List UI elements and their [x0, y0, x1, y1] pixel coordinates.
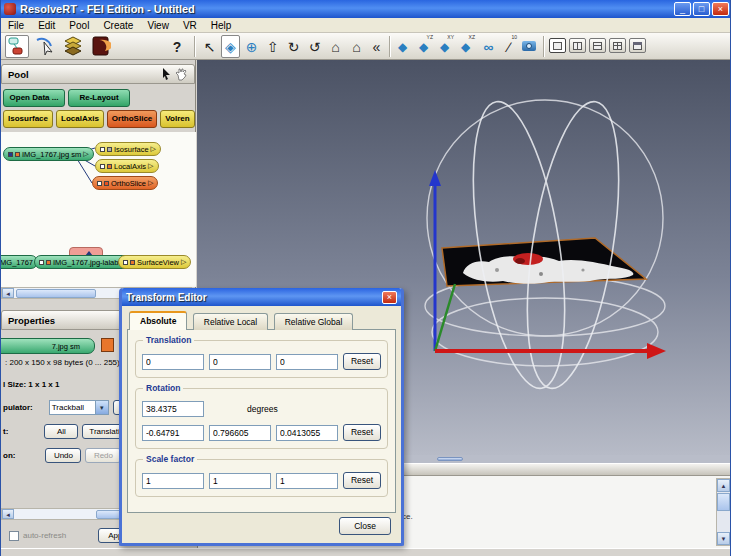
rotate-tool[interactable]: ↻	[284, 35, 303, 58]
rotation-axis-y-field[interactable]	[209, 425, 271, 441]
node-arrow-icon[interactable]: ▷	[151, 145, 156, 153]
reset-all-button[interactable]: All	[44, 424, 78, 439]
restore-button[interactable]: □	[693, 2, 710, 16]
view-xy-button[interactable]: ◆ XY	[435, 35, 454, 58]
module-node-isosurface[interactable]: Isosurface ▷	[95, 142, 161, 156]
view-xz-button[interactable]: ◆ XZ	[456, 35, 475, 58]
measure-button[interactable]: ∕ 10	[501, 35, 517, 58]
spin-tool[interactable]: ↺	[305, 35, 324, 58]
dimensions-text: : 200 x 150 x 98 bytes (0 ... 255)	[5, 358, 120, 367]
cursor-arrow-icon[interactable]	[162, 68, 172, 80]
tab-absolute[interactable]: Absolute	[129, 311, 187, 330]
scroll-up-icon[interactable]: ▲	[717, 479, 730, 492]
translation-y-field[interactable]	[209, 354, 271, 370]
data-node-img1767[interactable]: IMG_1767	[1, 255, 38, 269]
pointer-tool[interactable]: ↖	[200, 35, 219, 58]
splitter-handle-icon[interactable]	[437, 457, 463, 461]
console-vscrollbar[interactable]: ▲ ▼	[716, 478, 731, 546]
node-label: SurfaceView	[137, 258, 179, 267]
selected-node-pill[interactable]: 7.jpg sm	[0, 338, 95, 354]
scale-reset-button[interactable]: Reset	[343, 472, 381, 489]
menu-file[interactable]: File	[1, 20, 31, 31]
menu-create[interactable]: Create	[96, 20, 140, 31]
close-button[interactable]: ×	[712, 2, 729, 16]
menu-edit[interactable]: Edit	[31, 20, 62, 31]
autorefresh-checkbox[interactable]	[9, 531, 19, 541]
open-data-button[interactable]: Open Data ...	[3, 89, 65, 107]
menu-pool[interactable]: Pool	[62, 20, 96, 31]
translation-reset-button[interactable]: Reset	[343, 353, 381, 370]
seek-button[interactable]: ∞	[478, 35, 499, 58]
colormap-swatch[interactable]	[101, 338, 114, 352]
module-node-orthoslice[interactable]: OrthoSlice ▷	[92, 176, 158, 190]
scale-y-field[interactable]	[209, 473, 271, 489]
tab-relative-global[interactable]: Relative Global	[274, 313, 354, 330]
rotation-axis-x-field[interactable]	[142, 425, 204, 441]
localaxis-button[interactable]: LocalAxis	[56, 110, 104, 128]
menu-vr[interactable]: VR	[176, 20, 204, 31]
translation-x-field[interactable]	[142, 354, 204, 370]
layout-two-columns-button[interactable]	[569, 38, 586, 53]
minimize-button[interactable]: _	[674, 2, 691, 16]
undo-button[interactable]: Undo	[45, 448, 81, 463]
chevron-down-icon[interactable]: ▾	[95, 401, 108, 414]
node-arrow-icon[interactable]: ▷	[148, 179, 153, 187]
hand-icon[interactable]	[175, 68, 188, 81]
trackball-tool[interactable]: ◈	[221, 35, 240, 58]
manipulator-select[interactable]: Trackball ▾	[49, 400, 109, 415]
module-node-surfaceview[interactable]: SurfaceView ▷	[118, 255, 191, 269]
orthoslice-button[interactable]: OrthoSlice	[107, 110, 157, 128]
tree-pointer-icon	[35, 36, 55, 56]
view-yz-button[interactable]: ◆ YZ	[414, 35, 433, 58]
help-button[interactable]: ?	[169, 35, 185, 58]
volren-button[interactable]: Volren	[160, 110, 194, 128]
node-arrow-icon[interactable]: ▷	[181, 258, 186, 266]
data-chip	[8, 152, 13, 157]
translation-z-field[interactable]	[276, 354, 338, 370]
console-scroll-thumb[interactable]	[717, 493, 730, 511]
dialog-close-button[interactable]: Close	[339, 517, 391, 535]
layout-quad-button[interactable]	[609, 38, 626, 53]
dialog-close-icon[interactable]: ×	[382, 291, 397, 304]
module-node-localaxis[interactable]: LocalAxis ▷	[95, 159, 159, 173]
properties-header-label: Properties	[8, 315, 55, 326]
rotation-angle-field[interactable]	[142, 401, 204, 417]
perspective-cube-button[interactable]: ◆	[393, 35, 412, 58]
volume-button[interactable]	[89, 35, 113, 58]
layers-icon	[63, 36, 83, 56]
set-home-button[interactable]: ⌂	[347, 35, 366, 58]
tab-relative-local[interactable]: Relative Local	[193, 313, 268, 330]
translation-group: Translation Reset	[135, 340, 388, 378]
menu-help[interactable]: Help	[204, 20, 239, 31]
zoom-tool[interactable]: ⇧	[263, 35, 282, 58]
scroll-left-icon[interactable]: ◂	[2, 288, 14, 298]
view-all-button[interactable]: «	[368, 35, 385, 58]
pool-scroll-thumb[interactable]	[16, 289, 96, 298]
home-button[interactable]: ⌂	[326, 35, 345, 58]
layout-two-rows-button[interactable]	[589, 38, 606, 53]
scroll-down-icon[interactable]: ▼	[717, 532, 730, 545]
node-arrow-icon[interactable]: ▷	[83, 150, 88, 158]
node-arrow-icon[interactable]: ▷	[148, 162, 153, 170]
scale-x-field[interactable]	[142, 473, 204, 489]
rotation-label: Rotation	[143, 383, 183, 393]
relayout-button[interactable]: Re-Layout	[68, 89, 130, 107]
scale-z-field[interactable]	[276, 473, 338, 489]
snapshot-button[interactable]	[519, 35, 539, 58]
isosurface-button[interactable]: Isosurface	[3, 110, 53, 128]
rotation-reset-button[interactable]: Reset	[343, 424, 381, 441]
edit-tool-button[interactable]	[33, 35, 57, 58]
pool-view-button[interactable]	[5, 35, 29, 58]
menu-view[interactable]: View	[140, 20, 176, 31]
layers-button[interactable]	[61, 35, 85, 58]
data-node-img1767-sm[interactable]: IMG_1767.jpg sm ▷	[3, 147, 94, 161]
dialog-title-bar[interactable]: Transform Editor ×	[122, 288, 401, 306]
module-chip	[104, 181, 109, 186]
rotation-axis-z-field[interactable]	[276, 425, 338, 441]
layout-single-button[interactable]	[549, 38, 566, 53]
scroll-left-icon[interactable]: ◂	[2, 509, 14, 519]
module-chip	[123, 260, 128, 265]
translate-tool[interactable]: ⊕	[242, 35, 261, 58]
layout-console-button[interactable]	[629, 38, 646, 53]
redo-button[interactable]: Redo	[85, 448, 121, 463]
